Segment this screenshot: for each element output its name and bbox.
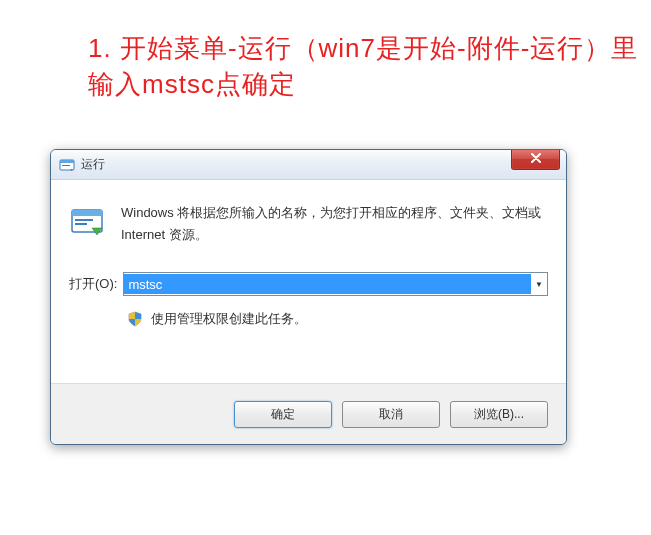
run-program-icon [69,204,105,240]
cancel-button[interactable]: 取消 [342,401,440,428]
svg-rect-5 [75,219,93,221]
button-bar: 确定 取消 浏览(B)... [51,383,566,445]
shield-icon [127,311,143,327]
ok-button[interactable]: 确定 [234,401,332,428]
dialog-description: Windows 将根据您所输入的名称，为您打开相应的程序、文件夹、文档或 Int… [121,202,548,246]
svg-rect-4 [72,210,102,216]
dialog-title: 运行 [81,156,105,173]
close-button[interactable] [511,149,560,170]
instruction-text: 1. 开始菜单-运行（win7是开始-附件-运行）里输入mstsc点确定 [88,30,643,103]
open-label: 打开(O): [69,275,117,293]
admin-rights-text: 使用管理权限创建此任务。 [151,310,307,328]
open-input[interactable] [124,274,531,294]
svg-rect-1 [60,160,74,163]
dialog-body: Windows 将根据您所输入的名称，为您打开相应的程序、文件夹、文档或 Int… [51,180,566,383]
run-titlebar-icon [59,157,75,173]
titlebar[interactable]: 运行 [51,150,566,180]
svg-rect-2 [62,165,70,166]
browse-button[interactable]: 浏览(B)... [450,401,548,428]
chevron-down-icon[interactable]: ▼ [531,273,547,295]
run-dialog: 运行 Windows 将根据您所输入的名称，为您打开相应的程序、文件夹、文档或 … [50,149,567,445]
close-icon [530,152,542,166]
svg-rect-6 [75,223,87,225]
open-combobox[interactable]: ▼ [123,272,548,296]
